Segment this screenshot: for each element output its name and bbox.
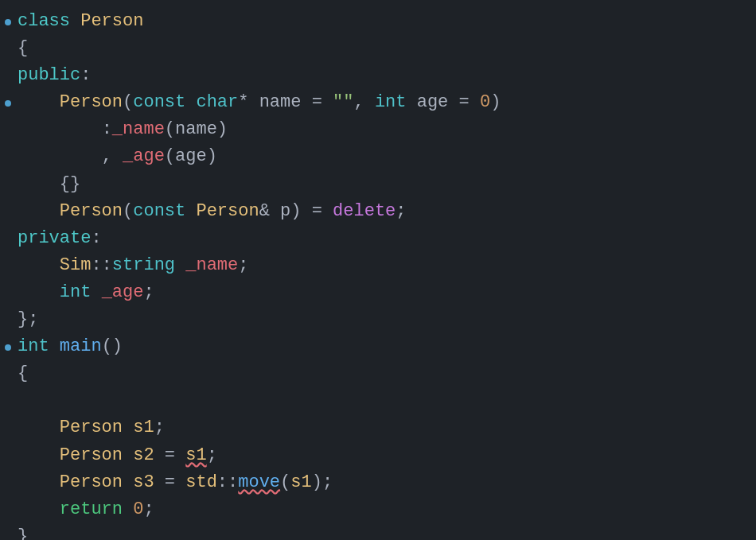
keyword-private: private [18, 225, 91, 252]
line-content-3: public: [18, 62, 748, 89]
code-editor[interactable]: class Person { public: Person(const char… [0, 0, 756, 540]
line-content-6: , _age(age) [18, 143, 748, 170]
code-line-1: class Person [0, 8, 756, 35]
constructor-name: Person [60, 89, 123, 116]
code-line-10: Sim::string _name; [0, 252, 756, 279]
code-line-8: Person(const Person& p) = delete; [0, 198, 756, 225]
code-line-3: public: [0, 62, 756, 89]
code-line-5: :_name(name) [0, 116, 756, 143]
member-name: _name [112, 116, 165, 143]
keyword-delete: delete [333, 198, 396, 225]
code-line-6: , _age(age) [0, 143, 756, 170]
line-content-2: { [18, 35, 748, 62]
std-move-squiggle: move [238, 469, 280, 496]
line-content-1: class Person [18, 8, 748, 35]
code-line-16: Person s1; [0, 414, 756, 441]
line-content-16: Person s1; [18, 414, 748, 441]
gutter-13 [0, 344, 11, 351]
line-content-15 [18, 387, 748, 414]
line-content-9: private: [18, 225, 748, 252]
line-content-20: } [18, 523, 748, 540]
main-function: main [60, 333, 102, 360]
code-line-12: }; [0, 306, 756, 333]
line-content-8: Person(const Person& p) = delete; [18, 198, 748, 225]
line-content-4: Person(const char* name = "", int age = … [18, 89, 748, 116]
code-line-20: } [0, 523, 756, 540]
code-line-13: int main() [0, 333, 756, 360]
keyword-int-main: int [18, 333, 60, 360]
code-line-7: {} [0, 171, 756, 198]
keyword-return: return [60, 496, 133, 523]
class-name: Person [80, 8, 143, 35]
line-content-11: int _age; [18, 279, 748, 306]
line-content-10: Sim::string _name; [18, 252, 748, 279]
line-content-14: { [18, 360, 748, 387]
gutter-1 [0, 19, 11, 25]
line-content-18: Person s3 = std::move(s1); [18, 469, 748, 496]
code-line-11: int _age; [0, 279, 756, 306]
line-content-12: }; [18, 306, 748, 333]
line-content-5: :_name(name) [18, 116, 748, 143]
code-line-2: { [0, 35, 756, 62]
code-line-9: private: [0, 225, 756, 252]
code-line-19: return 0; [0, 496, 756, 523]
line-content-17: Person s2 = s1; [18, 442, 748, 469]
open-brace: { [18, 35, 28, 62]
s1-var-squiggle: s1 [185, 442, 206, 469]
line-content-19: return 0; [18, 496, 748, 523]
keyword-public: public [18, 62, 80, 89]
code-line-4: Person(const char* name = "", int age = … [0, 89, 756, 116]
keyword-class: class [18, 8, 80, 35]
code-line-17: Person s2 = s1; [0, 442, 756, 469]
code-line-15 [0, 387, 756, 414]
code-line-18: Person s3 = std::move(s1); [0, 469, 756, 496]
line-content-7: {} [18, 171, 748, 198]
code-line-14: { [0, 360, 756, 387]
member-age: _age [123, 143, 165, 170]
line-content-13: int main() [18, 333, 748, 360]
gutter-4 [0, 100, 11, 107]
